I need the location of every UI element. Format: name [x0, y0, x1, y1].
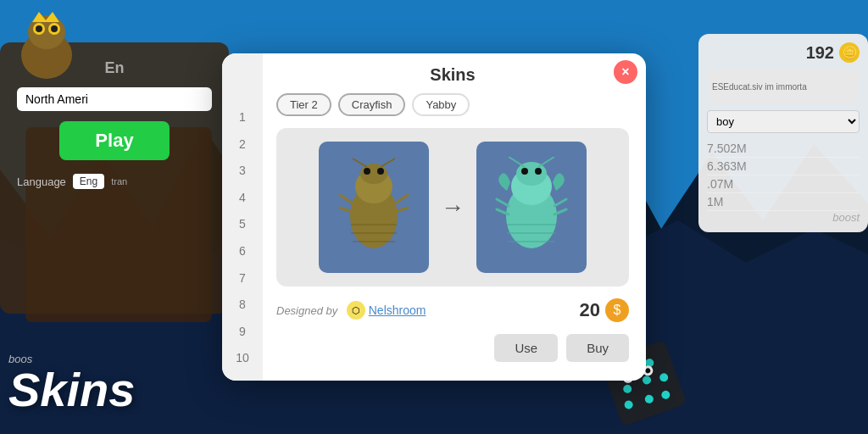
svg-line-44: [538, 157, 554, 167]
close-button[interactable]: ×: [614, 60, 637, 84]
crayfish-teal-svg: [493, 157, 570, 259]
sidebar-num-5: 5: [222, 211, 263, 238]
svg-line-47: [554, 199, 566, 206]
modal-title: Skins: [430, 65, 475, 85]
svg-point-26: [360, 164, 387, 184]
skins-modal: 1 2 3 4 5 6 7 8 9 10 Skins × Tier 2 Cray…: [222, 53, 646, 381]
designer-name[interactable]: Nelshroom: [369, 303, 426, 317]
modal-header: Skins ×: [276, 53, 629, 93]
modal-sidebar: 1 2 3 4 5 6 7 8 9 10: [222, 53, 263, 381]
svg-point-28: [377, 168, 384, 175]
sidebar-num-3: 3: [222, 158, 263, 185]
skin-card-normal: [319, 142, 429, 273]
price-row: 20 $: [580, 298, 629, 322]
tab-yabby[interactable]: Yabby: [412, 93, 470, 116]
buy-button[interactable]: Buy: [566, 334, 629, 362]
use-button[interactable]: Use: [494, 334, 558, 362]
sidebar-num-6: 6: [222, 238, 263, 265]
svg-line-29: [353, 159, 367, 167]
designed-by-label: Designed by: [276, 304, 337, 317]
svg-line-45: [497, 199, 509, 206]
sidebar-num-9: 9: [222, 319, 263, 346]
modal-overlay: 1 2 3 4 5 6 7 8 9 10 Skins × Tier 2 Cray…: [0, 0, 868, 434]
modal-content: Skins × Tier 2 Crayfish Yabby: [263, 53, 646, 381]
sidebar-num-4: 4: [222, 185, 263, 212]
price-value: 20: [580, 299, 600, 321]
crayfish-normal-svg: [336, 157, 412, 259]
sidebar-num-1: 1: [222, 104, 263, 131]
svg-line-31: [340, 195, 353, 203]
tier-tabs: Tier 2 Crayfish Yabby: [276, 93, 629, 116]
sidebar-num-7: 7: [222, 265, 263, 292]
arrow-icon: →: [441, 194, 465, 221]
sidebar-num-10: 10: [222, 345, 263, 372]
svg-point-27: [364, 168, 370, 175]
action-row: Use Buy: [276, 334, 629, 362]
sidebar-num-2: 2: [222, 131, 263, 159]
svg-line-33: [395, 195, 408, 203]
sidebar-num-8: 8: [222, 292, 263, 319]
svg-line-30: [381, 159, 395, 167]
skin-card-teal: [476, 142, 587, 273]
svg-point-42: [535, 168, 542, 175]
designer-avatar: ⬡: [347, 301, 365, 320]
designer-price-row: Designed by ⬡ Nelshroom 20 $: [276, 298, 629, 322]
skin-preview-row: →: [276, 128, 629, 287]
tab-tier2[interactable]: Tier 2: [276, 93, 331, 116]
price-coin-icon: $: [605, 298, 629, 322]
svg-line-43: [509, 157, 525, 167]
svg-point-41: [521, 168, 528, 175]
tab-crayfish[interactable]: Crayfish: [338, 93, 406, 116]
